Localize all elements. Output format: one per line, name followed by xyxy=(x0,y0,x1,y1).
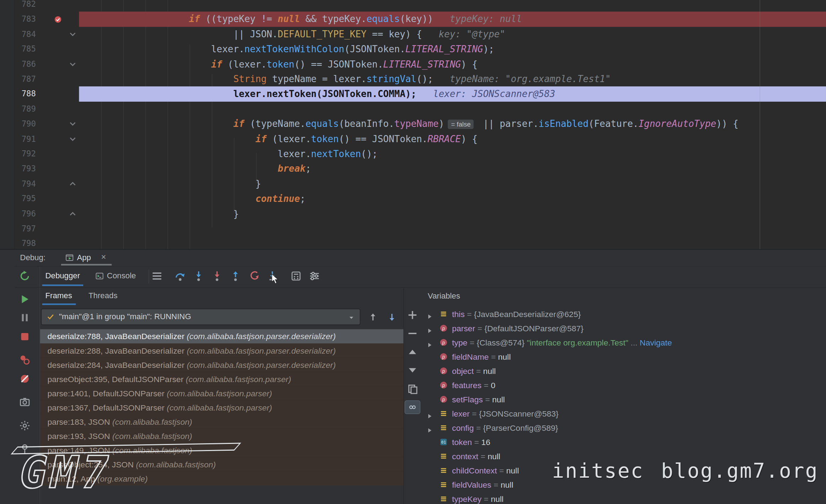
variable-row[interactable]: pfeatures = 0 xyxy=(422,378,826,392)
stop-icon[interactable] xyxy=(19,331,31,343)
code-token xyxy=(100,119,234,129)
code-token: break xyxy=(278,163,305,174)
variable-row[interactable]: pparser = {DefaultJSONParser@587} xyxy=(422,321,826,336)
step-out-icon[interactable] xyxy=(230,270,241,282)
svg-text:p: p xyxy=(442,354,445,360)
pause-icon[interactable] xyxy=(19,312,31,323)
fold-marker-icon[interactable] xyxy=(69,60,76,68)
settings-icon[interactable] xyxy=(19,420,31,431)
breakpoint-icon[interactable] xyxy=(54,15,62,23)
code-line[interactable]: if (typeName.equals(beanInfo.typeName)= … xyxy=(100,117,739,132)
code-token: nextTokenWithColon xyxy=(245,44,344,54)
move-down-icon[interactable] xyxy=(407,365,418,376)
code-line[interactable]: break; xyxy=(100,161,311,176)
code-line[interactable]: lexer.nextTokenWithColon(JSONToken.LITER… xyxy=(100,42,494,57)
variable-row[interactable]: typeKey = null xyxy=(422,492,826,504)
stack-frame[interactable]: parseObject:395, DefaultJSONParser (com.… xyxy=(40,372,404,386)
variable-row[interactable]: pfieldName = null xyxy=(422,350,826,364)
tab-threads[interactable]: Threads xyxy=(88,291,118,300)
expand-chevron-icon[interactable] xyxy=(428,412,432,417)
menu-icon[interactable] xyxy=(151,270,163,282)
code-line[interactable]: if ((typeKey != null && typeKey.equals(k… xyxy=(100,12,522,27)
code-token: stringVal xyxy=(366,74,417,84)
variable-row[interactable]: config = {ParserConfig@589} xyxy=(422,421,826,435)
fold-marker-icon[interactable] xyxy=(69,31,76,38)
svg-text:p: p xyxy=(442,397,445,402)
variable-row[interactable]: this = {JavaBeanDeserializer@625} xyxy=(422,307,826,321)
code-line[interactable]: } xyxy=(100,206,239,221)
previous-frame-button[interactable] xyxy=(368,312,379,322)
inline-debugger-hint: lexer: JSONScanner@583 xyxy=(433,89,556,100)
thread-dump-icon[interactable] xyxy=(19,396,31,408)
step-into-icon[interactable] xyxy=(193,270,204,282)
frame-location: parse:1401, DefaultJSONParser xyxy=(47,389,167,398)
line-number: 786 xyxy=(0,57,36,71)
tab-app-session[interactable]: App xyxy=(77,253,91,262)
move-up-icon[interactable] xyxy=(407,346,418,358)
code-token: token xyxy=(267,59,294,69)
show-watches-toggle[interactable] xyxy=(404,400,420,414)
stack-frame[interactable]: parse:1367, DefaultJSONParser (com.aliba… xyxy=(40,400,404,414)
line-number: 787 xyxy=(0,72,36,87)
duplicate-icon[interactable] xyxy=(407,383,418,395)
code-line[interactable]: lexer.nextToken(); xyxy=(100,146,378,161)
code-token: null xyxy=(278,14,300,25)
code-line[interactable]: if (lexer.token() == JSONToken.LITERAL_S… xyxy=(100,57,478,71)
expand-chevron-icon[interactable] xyxy=(428,326,432,331)
fold-marker-icon[interactable] xyxy=(69,210,76,218)
code-token: (lexer. xyxy=(222,59,267,69)
close-icon[interactable]: × xyxy=(101,252,106,262)
code-token: COMMA xyxy=(377,89,405,100)
next-frame-button[interactable] xyxy=(387,312,397,322)
expand-chevron-icon[interactable] xyxy=(428,426,432,431)
code-line[interactable]: if (lexer.token() == JSONToken.RBRACE) { xyxy=(100,132,478,146)
fold-marker-icon[interactable] xyxy=(69,135,76,143)
code-editor[interactable]: 7827837847857867877887897907917927937947… xyxy=(0,0,826,249)
code-token: } xyxy=(100,178,261,189)
step-over-icon[interactable] xyxy=(175,270,186,282)
frame-package: (com.alibaba.fastjson.parser) xyxy=(167,403,272,412)
mouse-cursor xyxy=(271,273,279,284)
code-line[interactable]: || JSON.DEFAULT_TYPE_KEY == key) { key: … xyxy=(100,27,505,42)
variable-row[interactable]: ptype = {Class@574} "interface org.examp… xyxy=(422,336,826,350)
variable-row[interactable]: lexer = {JSONScanner@583} xyxy=(422,407,826,421)
expand-chevron-icon[interactable] xyxy=(428,312,432,317)
view-breakpoints-icon[interactable] xyxy=(19,354,31,366)
variable-text: lexer = {JSONScanner@583} xyxy=(452,407,559,421)
variable-row[interactable]: pobject = null xyxy=(422,364,826,378)
tab-console[interactable]: Console xyxy=(107,271,136,280)
code-line[interactable]: continue; xyxy=(100,191,306,206)
code-line[interactable]: String typeName = lexer.stringVal(); typ… xyxy=(100,72,611,87)
code-line[interactable]: } xyxy=(100,176,261,191)
stack-frame[interactable]: parse:1401, DefaultJSONParser (com.aliba… xyxy=(40,386,404,400)
drop-frame-icon[interactable] xyxy=(248,270,260,282)
tab-debugger[interactable]: Debugger xyxy=(45,271,80,280)
expand-chevron-icon[interactable] xyxy=(428,340,432,345)
tab-frames[interactable]: Frames xyxy=(45,291,72,300)
code-token: ) { xyxy=(461,59,478,69)
code-token: if xyxy=(233,119,244,129)
stack-frame[interactable]: parse:183, JSON (com.alibaba.fastjson) xyxy=(40,414,404,429)
mute-breakpoints-icon[interactable] xyxy=(19,373,31,385)
add-watch-icon[interactable] xyxy=(407,309,418,321)
remove-watch-icon[interactable] xyxy=(407,328,418,339)
code-line[interactable]: lexer.nextToken(JSONToken.COMMA); lexer:… xyxy=(100,87,556,102)
resume-icon[interactable] xyxy=(19,294,31,305)
svg-text:p: p xyxy=(442,368,445,374)
navigate-link[interactable]: Navigate xyxy=(640,338,672,347)
layout-settings-icon[interactable] xyxy=(309,270,321,282)
variable-row[interactable]: psetFlags = null xyxy=(422,392,826,407)
code-token: if xyxy=(211,59,222,69)
parameter-icon: p xyxy=(439,338,448,347)
stack-frame[interactable]: deserialze:288, JavaBeanDeserializer (co… xyxy=(40,343,404,358)
code-token: isEnabled xyxy=(538,119,589,129)
fold-marker-icon[interactable] xyxy=(69,180,76,188)
rerun-icon[interactable] xyxy=(19,270,31,282)
evaluate-expression-icon[interactable] xyxy=(290,270,302,282)
variable-row[interactable]: 01token = 16 xyxy=(422,435,826,449)
stack-frame[interactable]: deserialze:788, JavaBeanDeserializer (co… xyxy=(40,329,404,343)
force-step-into-icon[interactable] xyxy=(211,270,223,282)
chevron-down-icon[interactable] xyxy=(348,314,355,321)
fold-marker-icon[interactable] xyxy=(69,120,76,128)
stack-frame[interactable]: deserialze:284, JavaBeanDeserializer (co… xyxy=(40,358,404,372)
